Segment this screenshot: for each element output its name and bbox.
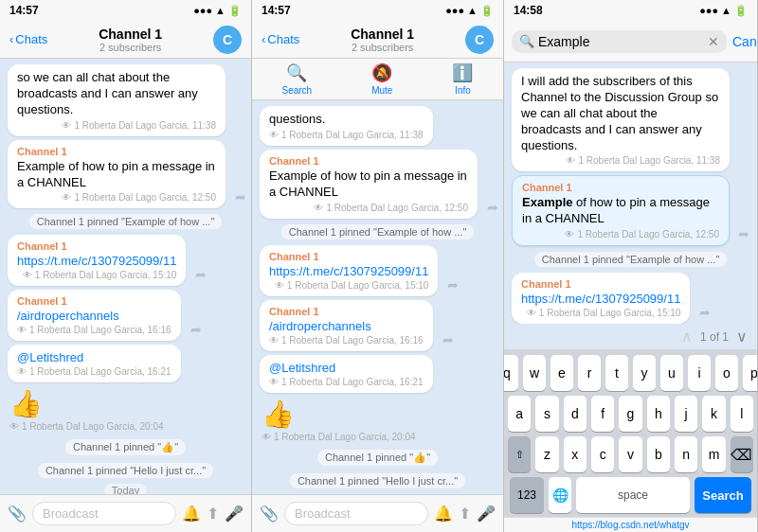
wifi-icon-2: ▲ [467,5,478,16]
mic-icon-1[interactable]: 🎤 [225,505,244,523]
eye-icon: 👁 [17,325,27,335]
key-j[interactable]: j [675,396,697,432]
toolbar-mute[interactable]: 🔕 Mute [371,62,392,96]
msg-bubble: I will add the subscribers of this Chann… [512,68,730,171]
msg-text: so we can all chat about the broadcasts … [17,70,216,118]
nav-bar-1: ‹ Chats Channel 1 2 subscribers C [0,21,251,59]
msg-link[interactable]: https://t.me/c/1307925099/11 [521,292,680,306]
key-n[interactable]: n [675,436,697,472]
eye-icon: 👁 [565,229,574,239]
msg-meta: 👁 1 Roberta Dal Lago Garcia, 11:38 [521,155,720,166]
key-l[interactable]: l [731,396,753,432]
key-y[interactable]: y [633,355,656,391]
toolbar-info[interactable]: ℹ️ Info [452,62,473,96]
back-button-2[interactable]: ‹ Chats [262,32,299,46]
msg-cmd[interactable]: /airdroperchannels [17,309,171,323]
channel-avatar-1[interactable]: C [213,26,242,54]
key-f[interactable]: f [591,396,614,432]
meta-text: 1 Roberta Dal Lago Garcia, 12:50 [326,203,468,213]
meta-text: 1 Roberta Dal Lago Garcia, 12:50 [74,192,216,203]
share-icon: ➦ [738,226,749,241]
mic-icon-2[interactable]: 🎤 [477,505,496,523]
broadcast-input-1[interactable]: Broadcast [32,502,176,525]
back-button-1[interactable]: ‹ Chats [9,32,47,46]
wifi-icon-3: ▲ [721,5,731,16]
key-d[interactable]: d [564,396,587,432]
msg-emoji: 👍 👁 1 Roberta Dal Lago Garcia, 20:04 [260,397,418,444]
key-w[interactable]: w [523,355,546,391]
next-result-button[interactable]: ∨ [736,328,748,346]
key-v[interactable]: v [619,436,641,472]
key-m[interactable]: m [702,436,725,472]
channel-title-1: Channel 1 [47,27,213,42]
globe-key[interactable]: 🌐 [549,477,571,513]
num-key[interactable]: 123 [510,477,544,513]
status-time-1: 14:57 [9,4,39,17]
system-message: Channel 1 pinned "Example of how ..." [281,224,475,239]
bell-icon-1[interactable]: 🔔 [182,505,201,523]
msg-sender: Channel 1 [269,155,468,167]
msg-meta: 👁 1 Roberta Dal Lago Garcia, 15:10 [521,308,680,318]
key-h[interactable]: h [647,396,670,432]
eye-icon: 👁 [314,203,323,213]
bell-icon-2[interactable]: 🔔 [434,505,453,523]
channel-subtitle-1: 2 subscribers [47,42,213,53]
battery-icon-3: 🔋 [734,5,748,17]
space-key[interactable]: space [576,477,690,513]
toolbar-search[interactable]: 🔍 Search [282,62,313,96]
key-c[interactable]: c [591,436,614,472]
msg-emoji: 👍 👁 1 Roberta Dal Lago Garcia, 20:04 [8,386,166,434]
msg-meta: 👁 1 Roberta Dal Lago Garcia, 15:10 [17,270,176,280]
msg-meta: 👁 1 Roberta Dal Lago Garcia, 12:50 [17,192,216,203]
shift-key[interactable]: ⇧ [508,436,531,472]
key-b[interactable]: b [647,436,670,472]
prev-result-button[interactable]: ∧ [681,328,693,346]
channel-title-2: Channel 1 [299,27,465,42]
search-key[interactable]: Search [695,477,751,513]
key-p[interactable]: p [743,355,758,391]
meta-text: 1 Roberta Dal Lago Garcia, 15:10 [35,270,177,280]
wifi-icon-1: ▲ [215,5,226,16]
key-e[interactable]: e [550,355,573,391]
msg-link[interactable]: https://t.me/c/1307925099/11 [17,254,176,268]
msg-cmd[interactable]: /airdroperchannels [269,319,424,333]
key-k[interactable]: k [702,396,725,432]
key-q[interactable]: q [504,355,518,391]
key-u[interactable]: u [660,355,683,391]
meta-text: 1 Roberta Dal Lago Garcia, 16:21 [29,366,171,377]
msg-sender: Channel 1 [269,251,428,262]
msg-link[interactable]: https://t.me/c/1307925099/11 [269,264,428,278]
key-r[interactable]: r [578,355,601,391]
delete-key[interactable]: ⌫ [731,436,753,472]
meta-text: 1 Roberta Dal Lago Garcia, 15:10 [287,280,429,291]
msg-sender: Channel 1 [269,306,424,317]
mute-icon: 🔕 [371,62,392,83]
attachment-icon-1[interactable]: 📎 [8,505,27,523]
msg-bubble-highlight: Channel 1 Example of how to pin a messag… [512,175,730,246]
search-icon-3: 🔍 [519,34,534,48]
search-results: I will add the subscribers of this Chann… [504,62,757,324]
messages-1: so we can all chat about the broadcasts … [0,59,251,494]
key-o[interactable]: o [715,355,738,391]
key-z[interactable]: z [535,436,558,472]
share-icon-2[interactable]: ⬆ [459,505,471,523]
search-clear-icon[interactable]: ✕ [708,34,719,49]
share-icon: ➦ [195,267,207,282]
share-icon-1[interactable]: ⬆ [207,505,219,523]
key-x[interactable]: x [564,436,587,472]
key-t[interactable]: t [605,355,628,391]
msg-at[interactable]: @Letitshred [17,350,171,364]
key-a[interactable]: a [508,396,531,432]
key-s[interactable]: s [535,396,558,432]
search-input[interactable] [538,34,704,49]
channel-avatar-2[interactable]: C [465,26,494,54]
msg-at[interactable]: @Letitshred [269,361,424,375]
broadcast-input-2[interactable]: Broadcast [284,502,428,525]
toolbar-2: 🔍 Search 🔕 Mute ℹ️ Info [252,59,503,100]
msg-bubble: Channel 1 https://t.me/c/1307925099/11 👁… [260,245,438,296]
key-i[interactable]: i [688,355,711,391]
key-g[interactable]: g [619,396,641,432]
attachment-icon-2[interactable]: 📎 [260,505,279,523]
search-cancel-button[interactable]: Cancel [732,34,758,49]
system-message: Channel 1 pinned "Hello I just cr..." [38,463,213,478]
